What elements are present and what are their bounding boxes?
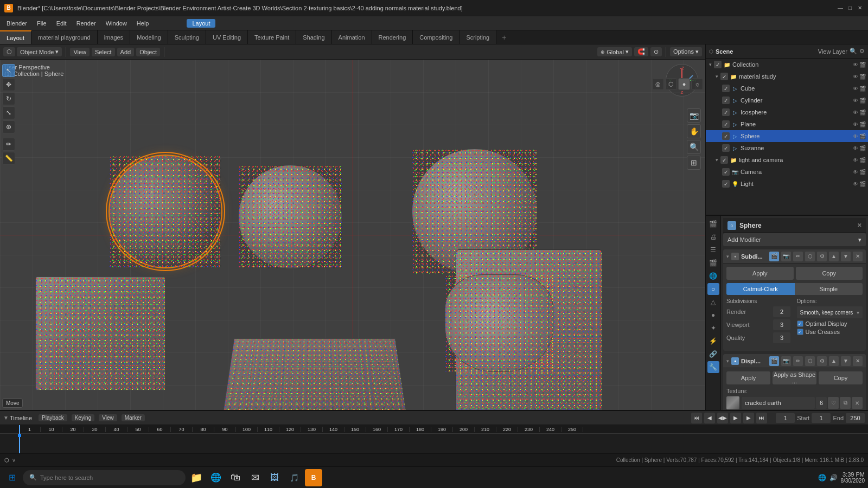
menu-help[interactable]: Help [132, 19, 154, 28]
jump-end-btn[interactable]: ⏭ [756, 413, 767, 423]
displace-up-btn[interactable]: ▲ [829, 356, 839, 366]
windows-start-btn[interactable]: ⊞ [3, 469, 21, 486]
sphere-render[interactable]: 🎬 [859, 133, 866, 139]
add-menu-btn[interactable]: Add [117, 48, 135, 56]
displace-frame-btn[interactable]: ⬡ [805, 356, 815, 366]
maximize-button[interactable]: □ [846, 4, 854, 12]
subsurf-edit-btn[interactable]: ✏ [793, 252, 803, 261]
select-menu-btn[interactable]: Select [92, 48, 115, 56]
smooth-select[interactable]: Smooth, keep corners [797, 306, 863, 318]
sphere-checkbox[interactable]: ✓ [722, 132, 730, 140]
tab-uv-editing[interactable]: UV Editing [206, 30, 248, 44]
subsurf-remove-btn[interactable]: ✕ [853, 252, 863, 261]
subsurf-collapse-arrow[interactable]: ▾ [726, 254, 729, 259]
mode-selector[interactable]: Move [2, 399, 23, 408]
object-mode-btn[interactable]: Object Mode ▾ [17, 47, 62, 56]
camera-eye[interactable]: 👁 [853, 169, 858, 175]
cylinder-checkbox[interactable]: ✓ [722, 97, 730, 104]
displace-collapse-arrow[interactable]: ▾ [726, 358, 729, 364]
prop-physics-icon[interactable]: ⚡ [707, 335, 719, 347]
transform-tool-btn[interactable]: ⊕ [2, 120, 15, 133]
displace-render-btn[interactable]: 🎬 [769, 356, 779, 366]
prop-modifiers-icon[interactable]: 🔧 [707, 361, 719, 373]
icosphere-render[interactable]: 🎬 [859, 110, 866, 115]
taskbar-photos[interactable]: 🖼 [266, 469, 283, 486]
camera-checkbox[interactable]: ✓ [722, 168, 730, 176]
tab-compositing[interactable]: Compositing [413, 30, 459, 44]
tab-layout[interactable]: Layout [0, 30, 31, 44]
object-menu-btn[interactable]: Object [136, 48, 160, 56]
workspace-layout[interactable]: Layout [187, 19, 215, 28]
reverse-play-btn[interactable]: ◀▶ [717, 413, 728, 423]
material-preview-btn[interactable]: ◎ [652, 78, 664, 90]
displace-apply-shape-btn[interactable]: Apply as Shape ... [773, 371, 816, 384]
light-checkbox[interactable]: ✓ [722, 180, 730, 188]
select-tool-btn[interactable]: ↖ [2, 64, 15, 77]
subsurf-visibility-dot[interactable]: ● [731, 253, 739, 260]
annotate-btn[interactable]: ✏ [2, 138, 15, 151]
outliner-item-icosphere[interactable]: ✓ ▷ Icosphere 👁 🎬 [706, 106, 868, 118]
tab-modeling[interactable]: Modeling [130, 30, 168, 44]
light-eye[interactable]: 👁 [853, 181, 858, 187]
prop-scene-icon[interactable]: 🎬 [707, 257, 719, 269]
material-study-eye[interactable]: 👁 [853, 74, 858, 80]
keying-menu-btn[interactable]: Keying [72, 414, 95, 421]
displace-copy-btn[interactable]: Copy [819, 371, 863, 384]
taskbar-clock[interactable]: 3:39 PM 8/30/2020 [841, 471, 865, 484]
collection-eye[interactable]: 👁 [853, 62, 858, 68]
subsurf-frame-btn[interactable]: ⬡ [805, 252, 815, 261]
texture-name-display[interactable]: cracked earth [742, 397, 815, 409]
prop-render-icon[interactable]: 🎬 [707, 218, 719, 230]
taskbar-music[interactable]: 🎵 [285, 469, 303, 486]
taskbar-network-icon[interactable]: 🌐 [818, 474, 826, 481]
displace-camera-btn[interactable]: 📷 [781, 356, 791, 366]
suzanne-render[interactable]: 🎬 [859, 145, 866, 151]
outliner-item-collection[interactable]: ▾ ✓ 📁 Collection 👁 🎬 [706, 59, 868, 70]
current-frame-input[interactable] [776, 413, 795, 423]
prop-world-icon[interactable]: 🌐 [707, 270, 719, 282]
rendered-btn[interactable]: ☼ [691, 78, 703, 90]
outliner-item-suzanne[interactable]: ✓ ▷ Suzanne 👁 🎬 [706, 142, 868, 154]
use-creases-check[interactable]: ✓ [797, 329, 803, 335]
transform-btn[interactable]: ⊕ Global ▾ [597, 47, 632, 56]
camera-render[interactable]: 🎬 [859, 169, 866, 175]
icosphere-checkbox[interactable]: ✓ [722, 108, 730, 116]
tab-rendering[interactable]: Rendering [372, 30, 413, 44]
displace-down-btn[interactable]: ▼ [841, 356, 851, 366]
hand-pan-btn[interactable]: ✋ [687, 124, 701, 138]
taskbar-edge[interactable]: 🌐 [207, 469, 225, 486]
suzanne-checkbox[interactable]: ✓ [722, 144, 730, 152]
texture-heart-btn[interactable]: ♡ [828, 397, 839, 409]
tab-scripting[interactable]: Scripting [459, 30, 496, 44]
add-modifier-button[interactable]: Add Modifier ▾ [723, 233, 866, 246]
suzanne-eye[interactable]: 👁 [853, 145, 858, 151]
taskbar-volume-icon[interactable]: 🔊 [829, 474, 838, 481]
subsurf-apply-btn[interactable]: Apply [726, 267, 794, 280]
plane-checkbox[interactable]: ✓ [722, 120, 730, 128]
light-render[interactable]: 🎬 [859, 181, 866, 187]
material-study-checkbox[interactable]: ✓ [720, 73, 728, 80]
view-menu-btn[interactable]: View [70, 48, 90, 56]
outliner-item-cylinder[interactable]: ✓ ▷ Cylinder 👁 🎬 [706, 94, 868, 106]
menu-file[interactable]: File [33, 19, 51, 28]
scale-tool-btn[interactable]: ⤡ [2, 106, 15, 119]
viewport-canvas[interactable]: User Perspective (1) Collection | Sphere… [0, 60, 705, 410]
wireframe-btn[interactable]: ⬡ [665, 78, 677, 90]
outliner-item-sphere[interactable]: ✓ ▷ Sphere 👁 🎬 [706, 130, 868, 142]
subsurf-render-btn[interactable]: 🎬 [769, 252, 779, 261]
prop-material-icon[interactable]: ● [707, 309, 719, 321]
collection-render-eye[interactable]: 🎬 [859, 62, 866, 68]
solid-btn[interactable]: ● [678, 78, 690, 90]
subsurf-down-btn[interactable]: ▼ [841, 252, 851, 261]
subsurf-camera-btn[interactable]: 📷 [781, 252, 791, 261]
tab-images[interactable]: images [98, 30, 130, 44]
object-plane[interactable] [221, 338, 409, 410]
camera-view-btn[interactable]: 📷 [687, 108, 701, 123]
cube-render[interactable]: 🎬 [859, 86, 866, 92]
material-study-render[interactable]: 🎬 [859, 74, 866, 80]
icosphere-eye[interactable]: 👁 [853, 110, 858, 115]
displace-apply-btn[interactable]: Apply [726, 371, 770, 384]
displace-settings-btn[interactable]: ⚙ [817, 356, 827, 366]
displace-visibility-dot[interactable]: ● [731, 357, 739, 365]
options-btn[interactable]: Options ▾ [670, 47, 702, 56]
